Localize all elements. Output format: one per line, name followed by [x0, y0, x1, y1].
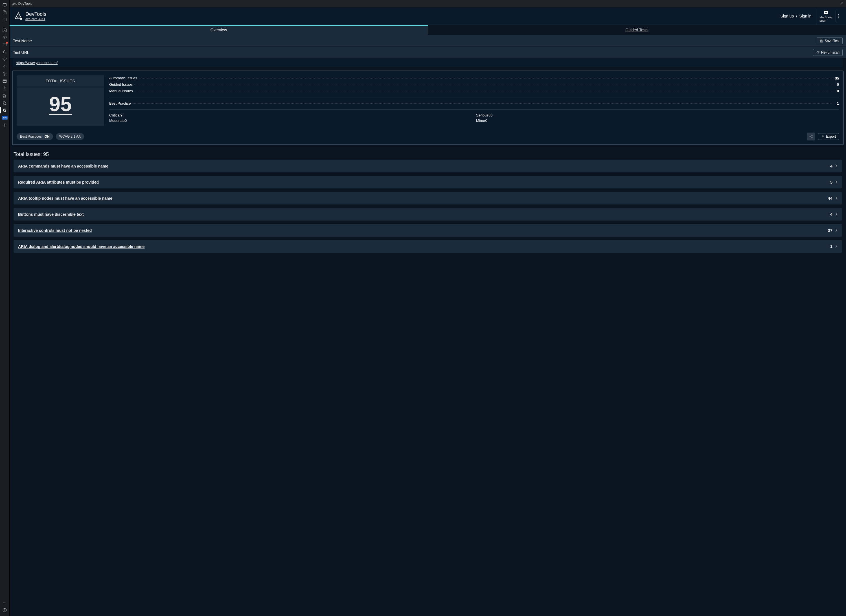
manual-issues-value: 0 — [833, 89, 839, 93]
minor-value: 0 — [485, 119, 487, 123]
issue-row[interactable]: ARIA commands must have an accessible na… — [13, 160, 842, 172]
best-practice-value[interactable]: 1 — [833, 101, 839, 106]
svg-point-19 — [839, 16, 839, 16]
more-icon[interactable] — [0, 599, 10, 606]
kebab-menu-icon[interactable] — [836, 10, 842, 22]
share-icon[interactable] — [807, 133, 815, 141]
svg-point-23 — [812, 137, 812, 138]
guided-issues-label: Guided Issues — [109, 82, 133, 87]
axe-logo-icon: ax — [14, 12, 23, 20]
lighthouse-icon[interactable] — [0, 85, 10, 92]
total-issues-box: TOTAL ISSUES 95 — [17, 75, 104, 126]
rerun-scan-button[interactable]: Re-run scan — [813, 49, 843, 56]
svg-line-16 — [21, 19, 22, 20]
moderate-label: Moderate — [109, 119, 125, 123]
performance-icon[interactable] — [0, 63, 10, 70]
refresh-icon — [816, 51, 820, 54]
serious-value[interactable]: 86 — [489, 113, 492, 117]
add-tab-icon[interactable] — [0, 121, 10, 129]
svg-point-13 — [4, 611, 5, 611]
summary-card: TOTAL ISSUES 95 Automatic Issues95 Guide… — [12, 70, 844, 145]
issue-title[interactable]: Buttons must have discernible text — [18, 212, 84, 217]
svg-point-6 — [4, 60, 5, 61]
issue-count: 44 — [828, 196, 835, 201]
close-icon[interactable] — [840, 1, 844, 6]
svg-point-20 — [839, 17, 839, 18]
copy-icon[interactable] — [0, 9, 10, 16]
svg-point-21 — [812, 135, 812, 136]
test-url-row: Test URL Re-run scan — [10, 47, 846, 59]
axe-devtools-tab-icon[interactable] — [0, 107, 10, 114]
panel-titlebar: axe DevTools — [10, 0, 846, 7]
plus-square-icon — [823, 10, 828, 15]
issue-title[interactable]: ARIA dialog and alertdialog nodes should… — [18, 244, 144, 249]
best-practice-label: Best Practice — [109, 101, 131, 106]
chevron-right-icon — [835, 212, 837, 216]
home-icon[interactable] — [0, 26, 10, 33]
best-practices-pill[interactable]: Best Practices: ON — [17, 133, 53, 140]
summary-stats: Automatic Issues95 Guided Issues0 Manual… — [109, 75, 839, 126]
svg-text:ax: ax — [17, 16, 20, 18]
save-icon — [820, 39, 823, 43]
issue-title[interactable]: Interactive controls must not be nested — [18, 228, 92, 233]
code-icon[interactable] — [0, 33, 10, 41]
recorder-icon[interactable] — [0, 41, 10, 48]
brand-name: DevTools — [25, 11, 46, 17]
signup-link[interactable]: Sign up — [780, 14, 794, 18]
tab-overview[interactable]: Overview — [10, 25, 428, 35]
issue-title[interactable]: ARIA commands must have an accessible na… — [18, 164, 108, 169]
issue-row[interactable]: Interactive controls must not be nested3… — [13, 224, 842, 237]
guided-issues-value: 0 — [833, 82, 839, 87]
test-name-label: Test Name — [13, 39, 32, 43]
issue-row[interactable]: ARIA tooltip nodes must have an accessib… — [13, 192, 842, 204]
chevron-right-icon — [835, 196, 837, 200]
issue-row[interactable]: Buttons must have discernible text4 — [13, 208, 842, 221]
total-issues-value[interactable]: 95 — [17, 87, 104, 117]
chevron-right-icon — [835, 228, 837, 232]
test-name-row: Test Name Save Test — [10, 35, 846, 47]
issue-row[interactable]: Required ARIA attributes must be provide… — [13, 176, 842, 188]
svg-point-22 — [809, 136, 811, 137]
start-new-scan-button[interactable]: start newscan — [816, 8, 836, 24]
issues-list: ARIA commands must have an accessible na… — [10, 160, 846, 253]
bug-icon[interactable] — [0, 48, 10, 55]
auth-links: Sign up / Sign in — [780, 14, 816, 18]
svg-point-7 — [4, 73, 5, 74]
critical-label: Critical — [109, 113, 120, 117]
serious-label: Serious — [476, 113, 489, 117]
test-url-value: https://www.youtube.com/ — [13, 59, 843, 67]
window-icon[interactable] — [0, 16, 10, 23]
automatic-issues-value[interactable]: 95 — [833, 76, 839, 80]
devtools-sidebar: ARC — [0, 0, 10, 616]
export-button[interactable]: Export — [818, 133, 839, 140]
issue-title[interactable]: Required ARIA attributes must be provide… — [18, 180, 99, 185]
gear-icon[interactable] — [0, 70, 10, 77]
issue-count: 37 — [828, 228, 835, 233]
extension-icon[interactable] — [0, 92, 10, 99]
panel-icon[interactable] — [0, 77, 10, 85]
device-icon[interactable] — [0, 1, 10, 9]
arc-icon[interactable]: ARC — [0, 114, 10, 121]
manual-issues-label: Manual Issues — [109, 89, 133, 93]
issue-title[interactable]: ARIA tooltip nodes must have an accessib… — [18, 196, 112, 201]
brand-logo: ax DevTools axe-core 4.9.1 — [14, 11, 46, 21]
svg-point-18 — [839, 14, 839, 15]
critical-value[interactable]: 9 — [120, 113, 122, 117]
chevron-right-icon — [835, 180, 837, 184]
url-link[interactable]: https://www.youtube.com/ — [16, 61, 57, 65]
issue-row[interactable]: ARIA dialog and alertdialog nodes should… — [13, 240, 842, 253]
panel-title: axe DevTools — [12, 2, 32, 6]
svg-point-9 — [3, 603, 4, 603]
issue-count: 4 — [830, 212, 835, 217]
wcag-pill[interactable]: WCAG 2.1 AA — [56, 133, 84, 140]
wifi-icon[interactable] — [0, 55, 10, 63]
test-url-label: Test URL — [13, 50, 29, 55]
extension-icon-2[interactable] — [0, 99, 10, 107]
signin-link[interactable]: Sign in — [799, 14, 812, 18]
save-test-button[interactable]: Save Test — [817, 38, 843, 44]
help-icon[interactable] — [0, 606, 10, 614]
brand-subtitle[interactable]: axe-core 4.9.1 — [25, 17, 46, 21]
svg-point-10 — [4, 603, 5, 603]
tab-guided-tests[interactable]: Guided Tests — [428, 25, 846, 35]
app-header: ax DevTools axe-core 4.9.1 Sign up / Sig… — [10, 7, 846, 25]
